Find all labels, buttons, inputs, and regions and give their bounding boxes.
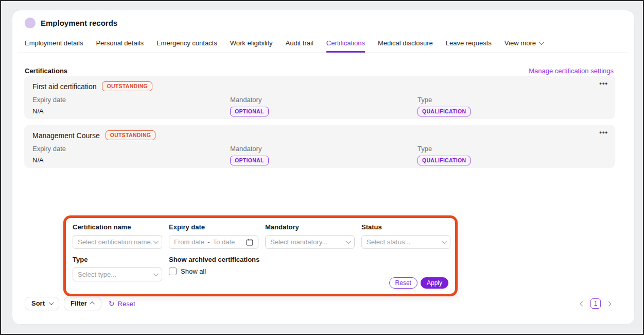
expiry-date-filter-label: Expiry date — [169, 223, 258, 231]
reset-link-label: Reset — [118, 300, 135, 308]
expiry-date-label: Expiry date — [32, 145, 230, 153]
certifications-section-header: Certifications Manage certification sett… — [25, 67, 614, 75]
type-label: Type — [417, 96, 607, 104]
type-label: Type — [417, 145, 607, 153]
expiry-date-range-input[interactable]: From date - To date — [169, 235, 258, 249]
chevron-down-icon — [49, 300, 54, 305]
type-badge: QUALIFICATION — [417, 156, 471, 165]
archived-filter: Show archived certifications Show all — [169, 256, 355, 281]
tab-label: Medical disclosure — [378, 39, 433, 47]
tab-emergency-contacts[interactable]: Emergency contacts — [156, 36, 217, 53]
type-field: Type QUALIFICATION — [417, 96, 607, 116]
tab-label: Employment details — [25, 39, 83, 47]
chevron-down-icon — [153, 271, 159, 276]
chevron-up-icon — [90, 301, 95, 307]
type-select[interactable]: Select type... — [73, 267, 162, 281]
tab-view-more[interactable]: View more — [504, 36, 543, 53]
tab-leave-requests[interactable]: Leave requests — [446, 36, 492, 53]
page-title: Employment records — [41, 19, 117, 27]
status-badge: OUTSTANDING — [106, 130, 156, 140]
status-filter: Status Select status... — [361, 223, 450, 249]
status-select[interactable]: Select status... — [361, 235, 450, 249]
filter-panel: Certification name Select certification … — [66, 218, 455, 294]
filter-reset-button[interactable]: Reset — [389, 277, 417, 289]
more-options-icon[interactable]: ••• — [599, 80, 608, 87]
employment-records-page: { "header": { "title": "Employment recor… — [0, 0, 644, 335]
certification-name: First aid certification — [32, 82, 96, 91]
mandatory-filter-label: Mandatory — [265, 223, 355, 231]
mandatory-field: Mandatory OPTIONAL — [230, 145, 417, 165]
filter-apply-button[interactable]: Apply — [421, 277, 448, 289]
next-page-icon[interactable] — [606, 301, 612, 307]
select-placeholder: Select type... — [78, 271, 153, 278]
select-placeholder: Select status... — [367, 238, 442, 246]
chevron-down-icon — [442, 239, 447, 244]
certification-name-filter-label: Certification name — [73, 223, 162, 231]
type-filter-label: Type — [73, 256, 162, 263]
certification-card-fields: Expiry date N/A Mandatory OPTIONAL Type … — [32, 145, 607, 165]
mandatory-select[interactable]: Select mandatory... — [265, 235, 355, 249]
tab-audit-trail[interactable]: Audit trail — [286, 36, 314, 53]
employment-records-card: Employment records Employment details Pe… — [12, 10, 635, 325]
certification-name-select[interactable]: Select certification name... — [73, 235, 162, 249]
from-date-placeholder: From date — [174, 238, 204, 246]
current-page-button[interactable]: 1 — [590, 298, 601, 309]
tab-label: View more — [504, 39, 536, 47]
select-placeholder: Select mandatory... — [270, 238, 346, 246]
section-title: Certifications — [25, 67, 67, 75]
tab-label: Certifications — [326, 39, 365, 47]
expiry-date-label: Expiry date — [32, 96, 230, 104]
mandatory-label: Mandatory — [230, 145, 417, 153]
expiry-date-field: Expiry date N/A — [32, 96, 230, 116]
chevron-down-icon — [539, 40, 544, 45]
expiry-date-value: N/A — [32, 107, 230, 115]
certification-card-header: Management Course OUTSTANDING — [32, 130, 607, 140]
highlight-annotation: Certification name Select certification … — [63, 215, 458, 296]
certification-card-fields: Expiry date N/A Mandatory OPTIONAL Type … — [32, 96, 607, 116]
reset-filters-link[interactable]: ↻ Reset — [109, 300, 135, 308]
mandatory-badge: OPTIONAL — [230, 156, 269, 165]
to-date-placeholder: To date — [213, 238, 235, 246]
chevron-down-icon — [153, 239, 159, 244]
type-field: Type QUALIFICATION — [417, 145, 607, 165]
mandatory-filter: Mandatory Select mandatory... — [265, 223, 355, 249]
more-options-icon[interactable]: ••• — [599, 129, 608, 136]
show-all-checkbox-label: Show all — [181, 267, 206, 275]
manage-certification-settings-link[interactable]: Manage certification settings — [529, 67, 614, 75]
type-filter: Type Select type... — [73, 256, 162, 281]
pagination: 1 — [580, 298, 612, 309]
avatar — [25, 18, 36, 28]
certification-name: Management Course — [32, 131, 100, 140]
tab-medical-disclosure[interactable]: Medical disclosure — [378, 36, 433, 53]
certification-card: Management Course OUTSTANDING ••• Expiry… — [24, 125, 615, 168]
show-all-checkbox-row: Show all — [169, 267, 355, 275]
sort-button[interactable]: Sort — [25, 297, 59, 310]
certification-card-header: First aid certification OUTSTANDING — [32, 81, 607, 91]
select-placeholder: Select certification name... — [78, 238, 153, 246]
calendar-icon[interactable] — [246, 239, 253, 246]
archived-filter-label: Show archived certifications — [169, 256, 355, 263]
filter-button-label: Filter — [71, 299, 87, 307]
tab-label: Leave requests — [446, 39, 492, 47]
refresh-icon: ↻ — [109, 300, 115, 307]
tab-work-eligibility[interactable]: Work eligibility — [230, 36, 273, 53]
filter-button[interactable]: Filter — [64, 297, 101, 310]
tab-label: Emergency contacts — [156, 39, 217, 47]
page-header: Employment records — [25, 18, 117, 28]
tab-label: Personal details — [96, 39, 144, 47]
previous-page-icon[interactable] — [580, 301, 585, 307]
tab-employment-details[interactable]: Employment details — [25, 36, 83, 53]
tab-label: Work eligibility — [230, 39, 273, 47]
sort-button-label: Sort — [31, 299, 45, 307]
mandatory-label: Mandatory — [230, 96, 417, 104]
certification-card: First aid certification OUTSTANDING ••• … — [24, 76, 615, 119]
tab-personal-details[interactable]: Personal details — [96, 36, 144, 53]
show-all-checkbox[interactable] — [169, 267, 177, 275]
certification-name-filter: Certification name Select certification … — [73, 223, 162, 249]
filter-panel-actions: Reset Apply — [389, 277, 448, 289]
expiry-date-filter: Expiry date From date - To date — [169, 223, 258, 249]
status-filter-label: Status — [361, 223, 450, 231]
tab-certifications[interactable]: Certifications — [326, 36, 365, 53]
status-badge: OUTSTANDING — [102, 81, 152, 91]
type-badge: QUALIFICATION — [417, 107, 471, 116]
